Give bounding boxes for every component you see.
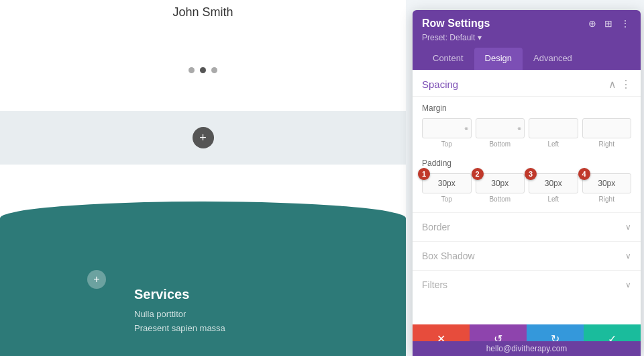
badge-1: 1 <box>418 168 430 180</box>
border-section: Border ∨ <box>413 212 641 241</box>
target-icon[interactable]: ⊕ <box>587 17 598 30</box>
box-shadow-section: Box Shadow ∨ <box>413 241 641 270</box>
tab-advanced[interactable]: Advanced <box>523 48 583 70</box>
margin-bottom-field: ⚭ Bottom <box>476 118 525 148</box>
padding-left-field: 3 Left <box>529 173 578 203</box>
badge-4: 4 <box>578 168 590 180</box>
margin-bottom-input-wrap: ⚭ <box>476 118 525 138</box>
margin-left-label: Left <box>547 140 559 148</box>
margin-top-field: ⚭ Top <box>422 118 472 148</box>
margin-left-input[interactable] <box>529 118 578 138</box>
filters-section: Filters ∨ <box>413 270 641 299</box>
margin-top-label: Top <box>441 140 452 148</box>
panel-header: Row Settings ⊕ ⊞ ⋮ Preset: Default ▾ Con… <box>413 10 641 70</box>
section-controls: ∧ ⋮ <box>608 78 631 91</box>
margin-right-input[interactable] <box>582 118 632 138</box>
dot-2 <box>200 67 206 73</box>
filters-header[interactable]: Filters ∨ <box>413 271 641 299</box>
columns-icon[interactable]: ⊞ <box>603 17 614 30</box>
page-background: John Smith + + Services Nulla porttitor … <box>0 0 406 356</box>
panel-title: Row Settings <box>422 17 490 30</box>
dot-1 <box>189 67 195 73</box>
filters-title: Filters <box>422 279 447 290</box>
tab-content[interactable]: Content <box>422 48 474 70</box>
row-settings-panel: Row Settings ⊕ ⊞ ⋮ Preset: Default ▾ Con… <box>413 10 641 353</box>
dot-3 <box>211 67 217 73</box>
margin-left-input-wrap <box>529 118 578 138</box>
tab-design[interactable]: Design <box>474 48 523 70</box>
box-shadow-title: Box Shadow <box>422 251 475 261</box>
panel-menu-icon[interactable]: ⋮ <box>619 17 631 30</box>
margin-label: Margin <box>422 103 631 113</box>
email-bar: hello@divitherapy.com <box>413 341 641 356</box>
padding-right-field: 4 Right <box>582 173 632 203</box>
services-text-2: Praesent sapien massa <box>134 322 225 336</box>
border-title: Border <box>422 222 450 232</box>
spacing-menu-icon[interactable]: ⋮ <box>621 78 631 91</box>
box-shadow-header[interactable]: Box Shadow ∨ <box>413 242 641 270</box>
spacing-collapse-icon[interactable]: ∧ <box>608 78 616 91</box>
padding-right-label: Right <box>599 195 614 203</box>
services-text-1: Nulla porttitor <box>134 308 225 322</box>
margin-right-field: Right <box>582 118 632 148</box>
margin-fields: ⚭ Top ⚭ Bottom Left <box>422 118 631 148</box>
services-title: Services <box>134 287 225 302</box>
panel-header-icons: ⊕ ⊞ ⋮ <box>587 17 631 30</box>
spacing-section-header: Spacing ∧ ⋮ <box>413 70 641 97</box>
teal-section: + Services Nulla porttitor Praesent sapi… <box>0 202 406 356</box>
author-name: John Smith <box>0 5 406 19</box>
border-arrow: ∨ <box>625 222 631 232</box>
padding-top-label: Top <box>441 195 452 203</box>
add-module-button[interactable]: + <box>87 270 106 289</box>
spacing-title: Spacing <box>422 79 458 90</box>
box-shadow-arrow: ∨ <box>625 251 631 261</box>
spacing-content: Margin ⚭ Top ⚭ Bottom <box>413 97 641 212</box>
badge-3: 3 <box>525 168 537 180</box>
panel-body: Spacing ∧ ⋮ Margin ⚭ Top <box>413 70 641 324</box>
border-header[interactable]: Border ∨ <box>413 213 641 241</box>
margin-bottom-link-icon: ⚭ <box>517 125 522 132</box>
services-content: Services Nulla porttitor Praesent sapien… <box>134 287 225 336</box>
gray-band: + <box>0 111 406 165</box>
filters-arrow: ∨ <box>625 280 631 290</box>
padding-fields: 1 Top 2 Bottom 3 Left 4 Right <box>422 173 631 203</box>
dots-row <box>0 67 406 73</box>
padding-label: Padding <box>422 159 631 168</box>
panel-header-top: Row Settings ⊕ ⊞ ⋮ <box>422 17 631 30</box>
add-row-button[interactable]: + <box>193 127 214 148</box>
panel-preset[interactable]: Preset: Default ▾ <box>422 33 631 42</box>
margin-left-field: Left <box>529 118 578 148</box>
padding-top-field: 1 Top <box>422 173 472 203</box>
padding-left-label: Left <box>547 195 559 203</box>
panel-tabs: Content Design Advanced <box>422 48 631 70</box>
margin-right-input-wrap <box>582 118 632 138</box>
margin-top-input-wrap: ⚭ <box>422 118 472 138</box>
margin-bottom-label: Bottom <box>489 140 511 148</box>
margin-right-label: Right <box>599 140 614 148</box>
margin-top-link-icon: ⚭ <box>464 125 469 132</box>
padding-bottom-label: Bottom <box>489 195 511 203</box>
padding-bottom-field: 2 Bottom <box>476 173 525 203</box>
badge-2: 2 <box>472 168 484 180</box>
